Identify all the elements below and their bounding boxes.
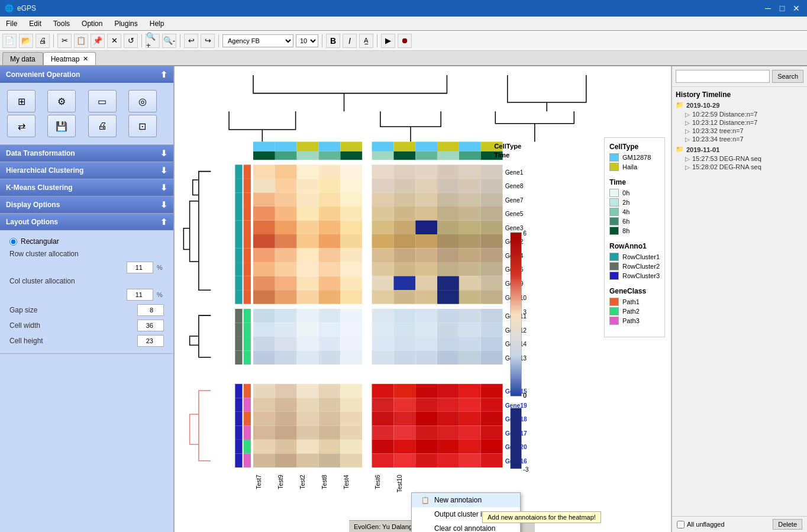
toolbar-zoom-in[interactable]: 🔍+ [146, 34, 160, 48]
delete-button[interactable]: Delete [773, 519, 802, 530]
menu-tools[interactable]: Tools [47, 17, 76, 30]
tab-heatmap[interactable]: Heatmap ✕ [43, 52, 96, 65]
svg-rect-69 [275, 192, 297, 207]
font-select[interactable]: Agency FB [222, 34, 293, 47]
menu-option[interactable]: Option [76, 17, 108, 30]
menu-plugins[interactable]: Plugins [108, 17, 143, 30]
display-options-header[interactable]: Display Options ⬇ [0, 196, 173, 213]
font-size-select[interactable]: 10 [296, 34, 318, 47]
layout-options-toggle[interactable]: ⬆ [160, 217, 167, 227]
history-item-3[interactable]: ▷ 10:23:32 tree:n=7 [676, 127, 803, 135]
maximize-btn[interactable]: □ [776, 2, 788, 14]
hierarchical-clustering-toggle[interactable]: ⬇ [160, 166, 167, 175]
toolbar-open[interactable]: 📂 [19, 34, 33, 48]
search-input[interactable] [676, 70, 770, 83]
data-transformation-toggle[interactable]: ⬇ [160, 149, 167, 158]
svg-rect-262 [393, 412, 415, 426]
font-color-btn[interactable]: A̲ [359, 34, 373, 48]
svg-rect-225 [235, 453, 242, 467]
row-cluster-alloc-input[interactable] [127, 262, 153, 273]
svg-rect-205 [459, 337, 481, 351]
menu-edit[interactable]: Edit [23, 17, 47, 30]
btn-print2[interactable]: 🖨 [88, 115, 117, 137]
bold-btn[interactable]: B [326, 34, 340, 48]
all-unflagged-checkbox[interactable] [677, 521, 685, 528]
svg-rect-190 [393, 323, 415, 337]
svg-rect-167 [235, 350, 242, 365]
toolbar-copy[interactable]: 📋 [74, 34, 88, 48]
btn-save[interactable]: 💾 [47, 115, 76, 137]
convenient-operation-content: ⊞ ⚙ ▭ ◎ ⇄ 💾 🖨 ⊡ [0, 83, 173, 144]
tab-mydata[interactable]: My data [2, 52, 43, 65]
btn-swap[interactable]: ⇄ [7, 115, 35, 137]
svg-rect-211 [319, 350, 341, 365]
ctx-new-annotation[interactable]: 📋 New annotaion [412, 493, 520, 507]
hierarchical-clustering-header[interactable]: Hierarchical Clustering ⬇ [0, 162, 173, 179]
btn-circle[interactable]: ◎ [128, 90, 157, 112]
svg-rect-217 [459, 350, 481, 365]
cell-width-input[interactable] [137, 320, 164, 331]
ctx-output-cluster[interactable]: Output cluster i... [412, 507, 520, 521]
svg-rect-30 [235, 249, 242, 263]
convenient-operation-toggle[interactable]: ⬆ [160, 70, 167, 79]
toolbar-delete[interactable]: ✕ [107, 34, 121, 48]
svg-rect-218 [481, 350, 503, 365]
svg-rect-266 [481, 412, 503, 426]
convenient-operation-header[interactable]: Convenient Operation ⬆ [0, 66, 173, 83]
display-options-toggle[interactable]: ⬇ [160, 200, 167, 209]
record-btn[interactable]: ⏺ [398, 34, 412, 48]
svg-rect-41 [244, 262, 251, 276]
svg-rect-42 [244, 276, 251, 291]
svg-rect-135 [415, 262, 437, 276]
toolbar-print[interactable]: 🖨 [35, 34, 50, 48]
menu-file[interactable]: File [0, 17, 23, 30]
svg-rect-111 [415, 234, 437, 249]
history-item-5[interactable]: ▷ 15:27:53 DEG-RNA seq [676, 154, 803, 163]
toolbar-refresh[interactable]: ↺ [124, 34, 138, 48]
toolbar-redo[interactable]: ↪ [201, 34, 215, 48]
svg-rect-114 [481, 234, 503, 249]
svg-rect-132 [340, 262, 362, 276]
history-item-6[interactable]: ▷ 15:28:02 DEG-RNA seq [676, 163, 803, 171]
svg-rect-162 [481, 290, 503, 304]
history-item-1[interactable]: ▷ 10:22:59 Distance:n=7 [676, 110, 803, 118]
btn-grid[interactable]: ⊡ [128, 115, 157, 137]
gap-size-label: Gap size [9, 306, 134, 314]
toolbar-cut[interactable]: ✂ [57, 34, 72, 48]
btn-expand[interactable]: ⊞ [7, 90, 35, 112]
play-btn[interactable]: ▶ [381, 34, 395, 48]
col-cluster-alloc-input[interactable] [127, 289, 153, 301]
tab-heatmap-close[interactable]: ✕ [83, 55, 88, 63]
layout-options-label: Layout Options [6, 218, 58, 226]
svg-rect-293 [275, 453, 297, 467]
heatmap-container[interactable]: CellType Time [175, 66, 671, 532]
layout-options-header[interactable]: Layout Options ⬆ [0, 214, 173, 230]
close-btn[interactable]: ✕ [790, 2, 802, 14]
svg-rect-232 [253, 384, 275, 398]
toolbar-paste[interactable]: 📌 [91, 34, 105, 48]
menu-help[interactable]: Help [144, 17, 170, 30]
arrow-2: ▷ [685, 120, 690, 126]
history-item-2[interactable]: ▷ 10:23:12 Distance:n=7 [676, 118, 803, 127]
history-item-4[interactable]: ▷ 10:23:34 tree:n=7 [676, 135, 803, 143]
cell-height-input[interactable] [137, 335, 164, 347]
toolbar-undo[interactable]: ↩ [184, 34, 198, 48]
svg-rect-137 [459, 262, 481, 276]
btn-rect[interactable]: ▭ [88, 90, 117, 112]
italic-btn[interactable]: I [343, 34, 357, 48]
path2-label: Path2 [622, 308, 640, 315]
kmeans-clustering-header[interactable]: K-Means Clustering ⬇ [0, 179, 173, 196]
rectangular-radio[interactable] [9, 238, 17, 246]
minimize-btn[interactable]: ─ [762, 2, 774, 14]
ctx-clear-col-annotation[interactable]: Clear col annotaion [412, 521, 520, 532]
btn-settings[interactable]: ⚙ [47, 90, 76, 112]
data-transformation-header[interactable]: Data Transformation ⬇ [0, 145, 173, 162]
titlebar-controls[interactable]: ─ □ ✕ [762, 2, 802, 14]
kmeans-clustering-toggle[interactable]: ⬇ [160, 183, 167, 192]
cell-height-row: Cell height [5, 333, 169, 349]
gap-size-input[interactable] [137, 304, 164, 316]
svg-rect-85 [372, 207, 394, 221]
toolbar-new[interactable]: 📄 [2, 34, 17, 48]
toolbar-zoom-out[interactable]: 🔍- [162, 34, 176, 48]
search-button[interactable]: Search [772, 70, 803, 83]
